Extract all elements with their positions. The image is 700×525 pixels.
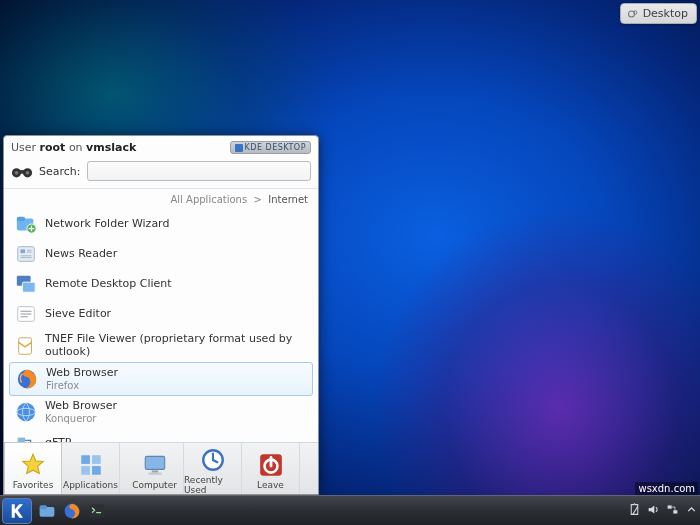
tab-favorites[interactable]: Favorites [4,442,62,494]
svg-point-5 [15,171,19,175]
firefox-icon [63,502,81,520]
kde-k-icon [8,502,26,520]
gftp-icon [15,433,37,442]
tray-network-icon[interactable] [666,503,679,519]
svg-rect-8 [17,217,25,222]
list-item[interactable]: TNEF File Viewer (proprietary format use… [9,329,313,362]
tray-clipboard-icon[interactable] [628,503,641,519]
sieve-icon [15,303,37,325]
clock-icon [200,447,226,473]
apps-icon [78,452,104,478]
list-item[interactable]: News Reader [9,239,313,269]
taskbar-panel [0,495,700,525]
svg-rect-29 [92,455,101,464]
list-item[interactable]: Web BrowserKonqueror [9,396,313,428]
tray-expand-icon[interactable] [685,503,698,519]
breadcrumb-current: Internet [268,194,308,205]
folder-network-icon [15,213,37,235]
svg-point-24 [17,403,35,421]
list-item[interactable]: gFTP [9,429,313,442]
kickoff-tabs: Favorites Applications Computer Recently… [4,442,318,494]
list-item[interactable]: Sieve Editor [9,299,313,329]
desktop-toolbox-button[interactable]: Desktop [620,3,697,24]
svg-rect-42 [90,504,105,517]
kickoff-search-row: Search: [4,159,318,189]
binoculars-icon [11,162,33,180]
kde-desktop-badge: KDE DESKTOP [230,141,311,154]
tab-computer[interactable]: Computer [126,443,184,494]
taskbar-launcher-konsole[interactable] [86,500,108,522]
kde-icon [235,144,243,152]
svg-rect-40 [40,505,47,509]
svg-rect-30 [81,466,90,475]
svg-rect-10 [18,247,35,262]
firefox-icon [16,368,38,390]
tab-leave[interactable]: Leave [242,443,300,494]
cashew-icon [627,8,639,20]
taskbar-launcher-firefox[interactable] [61,500,83,522]
taskbar-launcher-dolphin[interactable] [36,500,58,522]
user-host-label: User root on vmslack [11,141,136,154]
breadcrumb[interactable]: All Applications > Internet [4,189,318,209]
remote-desktop-icon [15,273,37,295]
search-input[interactable] [87,161,312,181]
svg-rect-31 [92,466,101,475]
watermark-label: wsxdn.com [635,482,698,495]
dolphin-icon [38,502,56,520]
svg-rect-28 [81,455,90,464]
system-tray [628,503,700,519]
svg-rect-22 [19,337,32,354]
breadcrumb-root[interactable]: All Applications [171,194,248,205]
svg-rect-17 [22,282,35,292]
svg-point-6 [26,171,30,175]
konsole-icon [88,502,106,520]
tab-recently-used[interactable]: Recently Used [184,443,242,494]
svg-rect-34 [148,472,161,474]
konqueror-icon [15,401,37,423]
kickoff-header: User root on vmslack KDE DESKTOP [4,136,318,159]
svg-rect-43 [668,505,672,508]
svg-rect-4 [19,170,25,174]
app-list: Network Folder Wizard News Reader Remote… [4,209,318,442]
list-item[interactable]: Web BrowserFirefox [9,362,313,396]
news-icon [15,243,37,265]
kickoff-launcher: User root on vmslack KDE DESKTOP Search:… [3,135,319,495]
search-label: Search: [39,165,81,178]
kickoff-button[interactable] [2,498,32,524]
list-item[interactable]: Network Folder Wizard [9,209,313,239]
svg-rect-32 [145,456,165,469]
tray-volume-icon[interactable] [647,503,660,519]
svg-rect-11 [21,249,26,253]
list-item[interactable]: Remote Desktop Client [9,269,313,299]
tab-applications[interactable]: Applications [62,443,120,494]
star-icon [20,452,46,478]
svg-rect-33 [151,470,158,472]
computer-icon [142,452,168,478]
desktop-toolbox-label: Desktop [643,7,688,20]
leave-icon [258,452,284,478]
tnef-icon [15,335,37,357]
